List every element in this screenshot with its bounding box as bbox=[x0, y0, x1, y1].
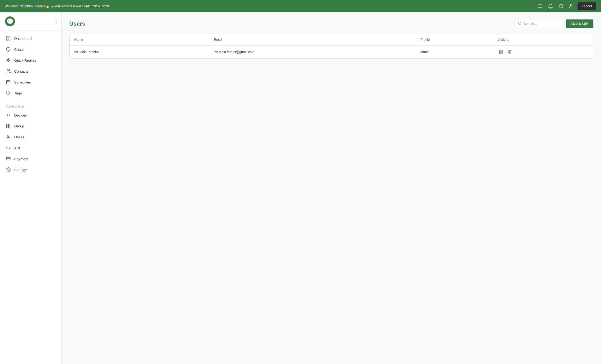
sidebar-item-label: Schedules bbox=[14, 80, 31, 84]
svg-point-4 bbox=[9, 20, 9, 21]
sidebar-collapse-button[interactable]: ‹ bbox=[55, 19, 57, 24]
dashboard-icon bbox=[6, 36, 11, 41]
access-text: ! – Your access is valid until: 29/02/20… bbox=[50, 4, 110, 8]
sidebar-item-label: Quick Replies bbox=[14, 58, 36, 62]
col-profile: Profile bbox=[416, 34, 493, 46]
delete-button[interactable] bbox=[507, 49, 513, 55]
topbar-icons bbox=[537, 3, 575, 10]
sidebar-item-label: Contacts bbox=[14, 69, 28, 73]
col-actions: Actions bbox=[493, 34, 593, 46]
svg-rect-22 bbox=[7, 126, 8, 128]
cell-actions bbox=[493, 46, 593, 59]
app-layout: wabot ‹ Dashboard Chats bbox=[0, 12, 601, 364]
sidebar-item-label: Tags bbox=[14, 91, 22, 95]
payment-icon bbox=[6, 156, 11, 161]
users-table: Name Email Profile Actions Izzuddin Ibra… bbox=[70, 34, 593, 58]
svg-rect-7 bbox=[7, 37, 8, 38]
svg-rect-25 bbox=[6, 157, 10, 160]
sidebar-item-tags[interactable]: Tags bbox=[0, 88, 61, 98]
settings-icon bbox=[6, 167, 11, 172]
api-icon bbox=[6, 145, 11, 150]
cell-name: Izzuddin Ibrahim bbox=[70, 46, 209, 59]
logout-button[interactable]: Logout bbox=[578, 2, 596, 10]
message-icon[interactable] bbox=[537, 3, 543, 10]
alert-icon[interactable] bbox=[547, 3, 554, 10]
tags-icon bbox=[6, 90, 11, 96]
svg-point-5 bbox=[11, 20, 11, 21]
sidebar-item-settings[interactable]: Settings bbox=[0, 164, 61, 175]
svg-rect-14 bbox=[7, 80, 10, 84]
svg-marker-12 bbox=[7, 58, 10, 62]
sidebar-item-label: Chats bbox=[14, 48, 23, 51]
header-right: ADD USER bbox=[515, 20, 593, 28]
topbar: Welcome Izzuddin Ibrahim🔥! – Your access… bbox=[0, 0, 601, 12]
sidebar-item-quick-replies[interactable]: Quick Replies bbox=[0, 55, 61, 66]
svg-rect-23 bbox=[9, 126, 10, 128]
svg-point-28 bbox=[518, 22, 521, 25]
account-icon[interactable] bbox=[568, 3, 575, 10]
add-user-button[interactable]: ADD USER bbox=[566, 20, 593, 28]
svg-rect-20 bbox=[7, 124, 8, 126]
fire-emoji: 🔥 bbox=[46, 4, 50, 8]
schedules-icon bbox=[6, 79, 11, 85]
sidebar-logo-area: wabot ‹ bbox=[0, 12, 61, 31]
sidebar-item-group[interactable]: Group bbox=[0, 120, 61, 131]
sidebar-item-label: Settings bbox=[14, 168, 27, 172]
svg-text:wabot: wabot bbox=[11, 23, 15, 24]
sidebar-item-label: Payment bbox=[14, 157, 28, 161]
col-name: Name bbox=[70, 34, 209, 46]
svg-point-11 bbox=[6, 48, 10, 51]
sidebar-item-dashboard[interactable]: Dashboard bbox=[0, 33, 61, 44]
svg-rect-8 bbox=[9, 37, 10, 38]
svg-point-0 bbox=[571, 4, 572, 6]
svg-point-24 bbox=[8, 135, 9, 137]
sidebar-item-devices[interactable]: Devices bbox=[0, 110, 61, 120]
svg-line-29 bbox=[521, 24, 521, 25]
sidebar-item-chats[interactable]: Chats bbox=[0, 44, 61, 55]
svg-rect-9 bbox=[7, 39, 8, 40]
administration-label: Administration bbox=[0, 102, 61, 110]
sidebar-item-contacts[interactable]: Contacts bbox=[0, 66, 61, 77]
chats-icon bbox=[6, 47, 11, 52]
sidebar-item-label: Devices bbox=[14, 113, 27, 117]
devices-icon bbox=[6, 112, 11, 118]
welcome-prefix: Welcome bbox=[5, 4, 20, 8]
sidebar-item-label: API bbox=[14, 146, 20, 150]
table-header: Name Email Profile Actions bbox=[70, 34, 593, 46]
nav-divider bbox=[0, 100, 61, 100]
group-icon bbox=[6, 123, 11, 129]
svg-point-27 bbox=[8, 169, 9, 170]
topbar-username: Izzuddin Ibrahim bbox=[20, 4, 46, 8]
page-header: Users ADD USER bbox=[69, 20, 593, 28]
svg-point-3 bbox=[7, 19, 13, 24]
svg-rect-10 bbox=[9, 39, 10, 40]
table-row: Izzuddin Ibrahim izzuddin.fames@gmail.co… bbox=[70, 46, 593, 59]
svg-rect-21 bbox=[9, 124, 10, 126]
edit-button[interactable] bbox=[498, 49, 504, 55]
search-icon bbox=[518, 22, 522, 26]
users-icon bbox=[6, 134, 11, 139]
sidebar-item-api[interactable]: API bbox=[0, 142, 61, 153]
sidebar-nav: Dashboard Chats Quick Replies bbox=[0, 31, 61, 177]
quick-replies-icon bbox=[6, 58, 11, 63]
page-title: Users bbox=[69, 20, 85, 27]
sidebar-item-label: Dashboard bbox=[14, 37, 31, 40]
sidebar-item-label: Group bbox=[14, 124, 24, 128]
sidebar-item-schedules[interactable]: Schedules bbox=[0, 77, 61, 88]
cell-profile: admin bbox=[416, 46, 493, 59]
svg-point-13 bbox=[7, 69, 9, 71]
sidebar-item-users[interactable]: Users bbox=[0, 131, 61, 142]
main-content: Users ADD USER Name Email Profile bbox=[62, 12, 601, 364]
search-input[interactable] bbox=[524, 22, 559, 26]
sidebar-item-payment[interactable]: Payment bbox=[0, 153, 61, 164]
table-body: Izzuddin Ibrahim izzuddin.fames@gmail.co… bbox=[70, 46, 593, 59]
search-box bbox=[515, 20, 562, 28]
wabot-logo: wabot bbox=[5, 16, 15, 27]
sidebar: wabot ‹ Dashboard Chats bbox=[0, 12, 62, 364]
chat-icon[interactable] bbox=[558, 3, 564, 10]
col-email: Email bbox=[209, 34, 416, 46]
contacts-icon bbox=[6, 69, 11, 74]
topbar-welcome: Welcome Izzuddin Ibrahim🔥! – Your access… bbox=[5, 4, 534, 8]
users-table-container: Name Email Profile Actions Izzuddin Ibra… bbox=[69, 34, 593, 59]
cell-email: izzuddin.fames@gmail.com bbox=[209, 46, 416, 59]
